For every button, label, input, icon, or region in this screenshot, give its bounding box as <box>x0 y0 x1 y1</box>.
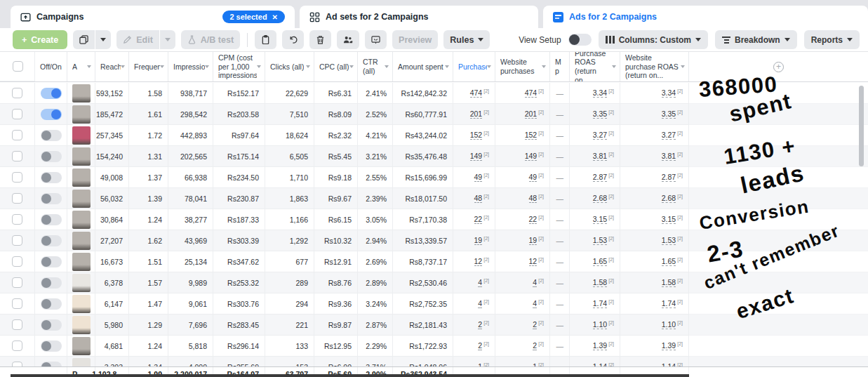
row-checkbox[interactable] <box>12 298 22 309</box>
metric-value: 12 <box>529 257 538 266</box>
row-checkbox[interactable] <box>12 277 22 288</box>
selected-count-badge[interactable]: 2 selected ✕ <box>222 11 285 23</box>
row-toggle-cell <box>35 293 67 315</box>
row-checkbox[interactable] <box>12 130 22 140</box>
sort-caret-icon[interactable] <box>681 65 685 68</box>
cell-wpur: 4[2] <box>495 272 550 293</box>
pixel-button[interactable] <box>365 30 387 49</box>
column-header-label: Reach <box>100 62 121 72</box>
metric-value: 152 <box>470 131 483 140</box>
sort-caret-icon[interactable] <box>612 65 616 68</box>
off-on-toggle[interactable] <box>41 88 62 99</box>
ad-thumbnail[interactable] <box>72 190 91 208</box>
ad-thumbnail[interactable] <box>72 105 91 124</box>
clipboard-button[interactable] <box>255 30 276 49</box>
ad-thumbnail[interactable] <box>72 84 91 102</box>
column-header-label: Purchases <box>458 62 487 72</box>
row-checkbox[interactable] <box>12 151 22 161</box>
ad-thumbnail[interactable] <box>72 337 91 355</box>
row-checkbox[interactable] <box>12 319 22 330</box>
off-on-toggle[interactable] <box>41 151 62 162</box>
select-all-checkbox[interactable] <box>13 61 23 72</box>
row-checkbox[interactable] <box>12 88 22 98</box>
tab-adsets[interactable]: Ad sets for 2 Campaigns <box>300 6 538 28</box>
add-column-icon[interactable]: + <box>773 62 784 72</box>
sort-caret-icon[interactable] <box>160 65 164 68</box>
sort-caret-icon[interactable] <box>349 65 354 68</box>
breakdown-button[interactable]: Breakdown <box>715 30 797 49</box>
row-checkbox[interactable] <box>12 235 22 246</box>
off-on-toggle[interactable] <box>41 109 62 120</box>
duplicate-dropdown-button[interactable] <box>95 30 111 49</box>
cell-wpur: 4[2] <box>495 293 550 315</box>
row-checkbox[interactable] <box>12 256 22 267</box>
ad-thumbnail[interactable] <box>72 168 91 187</box>
column-header-label: Amount spent <box>398 62 443 72</box>
row-checkbox[interactable] <box>12 340 22 351</box>
vertical-scrollbar[interactable] <box>859 86 864 166</box>
audience-button[interactable] <box>337 30 359 49</box>
off-on-toggle[interactable] <box>41 130 62 141</box>
row-filler <box>689 293 868 315</box>
off-on-toggle[interactable] <box>41 172 62 183</box>
ad-thumbnail[interactable] <box>72 295 91 313</box>
ad-thumbnail[interactable] <box>72 274 91 292</box>
rules-button[interactable]: Rules <box>443 30 490 49</box>
tab-adsets-label: Ad sets for 2 Campaigns <box>326 12 429 22</box>
sort-caret-icon[interactable] <box>385 65 389 68</box>
off-on-toggle[interactable] <box>41 193 62 204</box>
cell-wroas: 1.65[2] <box>620 251 689 272</box>
horizontal-scrollbar[interactable] <box>11 374 689 377</box>
sort-caret-icon[interactable] <box>306 65 310 68</box>
sort-caret-icon[interactable] <box>121 65 125 68</box>
column-header-label: Off/On <box>40 62 62 72</box>
undo-button[interactable] <box>282 30 304 49</box>
create-button[interactable]: + Create <box>13 30 67 49</box>
sort-caret-icon[interactable] <box>445 65 449 68</box>
row-checkbox[interactable] <box>12 109 22 119</box>
off-on-toggle[interactable] <box>41 256 62 267</box>
sort-caret-icon[interactable] <box>205 65 209 68</box>
off-on-toggle[interactable] <box>41 214 62 225</box>
ref-note: [2] <box>608 152 614 157</box>
row-toggle-cell <box>35 146 67 167</box>
ad-thumbnail[interactable] <box>72 316 91 334</box>
metric-value: 3.34 <box>662 88 676 98</box>
off-on-toggle[interactable] <box>41 340 62 352</box>
sort-caret-icon[interactable] <box>542 65 546 68</box>
chevron-down-icon <box>847 38 853 41</box>
off-on-toggle[interactable] <box>41 319 62 331</box>
preview-button[interactable]: Preview <box>392 30 438 49</box>
ad-thumbnail[interactable] <box>72 232 91 250</box>
row-checkbox[interactable] <box>12 172 22 183</box>
off-on-toggle[interactable] <box>41 277 62 289</box>
row-checkbox[interactable] <box>12 214 22 225</box>
columns-button[interactable]: Columns: Custom <box>599 30 708 49</box>
off-on-toggle[interactable] <box>41 298 62 310</box>
ad-thumbnail[interactable] <box>72 211 91 229</box>
sort-caret-icon[interactable] <box>257 65 261 68</box>
ref-note: [2] <box>483 236 489 241</box>
ad-thumbnail[interactable] <box>72 147 91 166</box>
off-on-toggle[interactable] <box>41 235 62 246</box>
duplicate-button[interactable] <box>73 30 95 49</box>
ref-note: [2] <box>677 278 683 283</box>
reports-button[interactable]: Reports <box>804 30 860 49</box>
tab-ads[interactable]: Ads for 2 Campaigns <box>543 6 868 28</box>
ad-thumbnail-cell <box>67 104 95 125</box>
row-toggle-cell <box>35 188 67 209</box>
delete-button[interactable] <box>309 30 331 49</box>
view-setup-toggle[interactable] <box>568 34 592 46</box>
row-toggle-cell <box>35 209 67 230</box>
cell-wroas: 2.68[2] <box>620 188 689 209</box>
ad-thumbnail[interactable] <box>72 253 91 271</box>
tab-campaigns[interactable]: Campaigns 2 selected ✕ <box>11 6 295 28</box>
sort-caret-icon[interactable] <box>87 65 91 68</box>
ad-thumbnail[interactable] <box>72 126 91 145</box>
sort-caret-icon[interactable] <box>487 65 491 68</box>
edit-button[interactable]: Edit <box>116 30 159 49</box>
deselect-close-icon[interactable]: ✕ <box>272 13 278 21</box>
edit-dropdown-button[interactable] <box>160 30 175 49</box>
row-checkbox[interactable] <box>12 193 22 204</box>
ab-test-button[interactable]: A/B test <box>181 30 240 49</box>
